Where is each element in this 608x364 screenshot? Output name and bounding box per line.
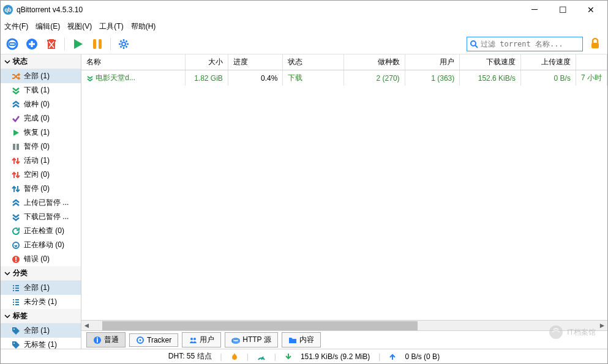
col-status[interactable]: 状态 [283, 54, 344, 70]
cell-size: 1.82 GiB [185, 70, 228, 86]
downloading-icon [86, 75, 94, 82]
svg-point-16 [13, 329, 15, 330]
svg-text:i: i [96, 336, 98, 344]
col-progress[interactable]: 进度 [228, 54, 283, 70]
tag-icon [12, 341, 20, 349]
sidebar-category-item-1[interactable]: 未分类 (1) [1, 295, 81, 309]
sidebar-status-item-6[interactable]: 活动 (1) [1, 154, 81, 168]
delete-button[interactable] [45, 37, 58, 51]
tab-tracker[interactable]: Tracker [129, 333, 178, 347]
close-button[interactable]: ✕ [577, 1, 605, 19]
refresh-icon [12, 227, 20, 236]
upload-icon [389, 353, 396, 360]
double-up-icon [12, 100, 20, 109]
double-up-icon [12, 199, 20, 207]
sidebar-item-label: 全部 (1) [24, 71, 50, 81]
sidebar-status-item-7[interactable]: 空闲 (0) [1, 168, 81, 182]
svg-point-12 [13, 242, 19, 248]
titlebar: qb qBittorrent v4.5.3.10 ─ ☐ ✕ [1, 1, 607, 19]
alert-icon [12, 255, 20, 264]
sidebar-status-item-2[interactable]: 做种 (0) [1, 97, 81, 111]
sidebar-status-item-8[interactable]: 暂停 (0) [1, 182, 81, 196]
tab-peers[interactable]: 用户 [182, 332, 221, 347]
sidebar-item-label: 完成 (0) [24, 113, 50, 124]
sidebar-category-header[interactable]: 分类 [1, 266, 81, 281]
settings-button[interactable] [117, 37, 130, 51]
chevron-down-icon [4, 313, 10, 319]
sidebar-item-label: 未分类 (1) [24, 297, 57, 307]
menu-help[interactable]: 帮助(H) [131, 21, 156, 32]
sidebar-status-item-12[interactable]: 正在移动 (0) [1, 238, 81, 252]
svg-rect-5 [93, 39, 96, 49]
svg-point-22 [190, 338, 193, 340]
sidebar-status-item-11[interactable]: 正在检查 (0) [1, 224, 81, 238]
sidebar-status-item-3[interactable]: 完成 (0) [1, 111, 81, 125]
menu-file[interactable]: 文件(F) [4, 21, 28, 32]
tab-content[interactable]: 内容 [282, 332, 321, 347]
col-eta[interactable] [576, 54, 607, 70]
watermark: IT档案馆 [549, 325, 596, 340]
torrent-table[interactable]: 名称 大小 进度 状态 做种数 用户 下载速度 上传速度 电影天堂d... 1.… [81, 54, 607, 320]
sidebar-item-label: 无标签 (1) [24, 340, 57, 349]
col-dlspeed[interactable]: 下载速度 [460, 54, 521, 70]
list-icon [12, 298, 20, 306]
maximize-button[interactable]: ☐ [549, 1, 577, 19]
sidebar-status-item-9[interactable]: 上传已暂停 ... [1, 196, 81, 210]
dht-status: DHT: 55 结点 [168, 351, 212, 362]
sidebar-tag-header[interactable]: 标签 [1, 309, 81, 324]
svg-rect-14 [15, 257, 17, 260]
svg-rect-15 [15, 261, 17, 262]
menu-view[interactable]: 视图(V) [67, 21, 92, 32]
add-torrent-button[interactable] [25, 37, 39, 51]
svg-point-21 [140, 339, 141, 341]
lock-button[interactable] [589, 37, 602, 51]
pause-icon [12, 143, 20, 151]
cell-peers: 1 (363) [405, 70, 460, 86]
flame-icon [231, 352, 238, 361]
svg-rect-1 [9, 43, 15, 45]
sidebar-status-item-10[interactable]: 下载已暂停 ... [1, 210, 81, 224]
sidebar-item-label: 全部 (1) [24, 325, 50, 336]
svg-point-17 [13, 343, 15, 344]
toolbar [1, 34, 607, 54]
table-row[interactable]: 电影天堂d... 1.82 GiB 0.4% 下载 2 (270) 1 (363… [81, 70, 607, 86]
chevron-down-icon [4, 59, 10, 65]
svg-point-8 [471, 41, 476, 46]
col-seeds[interactable]: 做种数 [343, 54, 405, 70]
sidebar-status-item-5[interactable]: 暂停 (0) [1, 139, 81, 154]
sidebar-tag-item-0[interactable]: 全部 (1) [1, 324, 81, 338]
col-upspeed[interactable]: 上传速度 [521, 54, 576, 70]
http-icon [231, 336, 240, 344]
tab-general[interactable]: i普通 [86, 332, 126, 347]
double-down-icon [12, 86, 20, 95]
col-name[interactable]: 名称 [81, 54, 185, 70]
sidebar-status-item-0[interactable]: 全部 (1) [1, 69, 81, 83]
tab-http[interactable]: HTTP 源 [225, 332, 277, 347]
menu-tools[interactable]: 工具(T) [99, 21, 123, 32]
col-size[interactable]: 大小 [185, 54, 228, 70]
sidebar-status-header[interactable]: 状态 [1, 54, 81, 69]
sidebar-item-label: 下载 (1) [24, 85, 50, 95]
sidebar-item-label: 上传已暂停 ... [24, 198, 69, 208]
sidebar-item-label: 活动 (1) [24, 155, 50, 166]
add-link-button[interactable] [6, 37, 19, 51]
menu-edit[interactable]: 编辑(E) [36, 21, 60, 32]
menubar: 文件(F) 编辑(E) 视图(V) 工具(T) 帮助(H) [1, 19, 607, 34]
sidebar-status-item-13[interactable]: 错误 (0) [1, 252, 81, 266]
search-box[interactable] [467, 37, 583, 51]
minimize-button[interactable]: ─ [520, 1, 549, 19]
play-icon [12, 128, 20, 137]
horizontal-scrollbar[interactable]: ◄ ► [81, 320, 607, 330]
svg-point-23 [193, 338, 196, 340]
sidebar-status-item-1[interactable]: 下载 (1) [1, 83, 81, 97]
sidebar-status-item-4[interactable]: 恢复 (1) [1, 125, 81, 139]
dl-speed-status: 151.9 KiB/s (9.2 MiB) [301, 352, 370, 361]
cell-progress: 0.4% [228, 70, 283, 86]
pause-button[interactable] [91, 37, 104, 51]
sidebar-tag-item-1[interactable]: 无标签 (1) [1, 338, 81, 349]
cell-name: 电影天堂d... [96, 73, 135, 82]
col-peers[interactable]: 用户 [405, 54, 460, 70]
sidebar-category-item-0[interactable]: 全部 (1) [1, 281, 81, 295]
search-input[interactable] [481, 40, 580, 48]
resume-button[interactable] [71, 37, 84, 51]
